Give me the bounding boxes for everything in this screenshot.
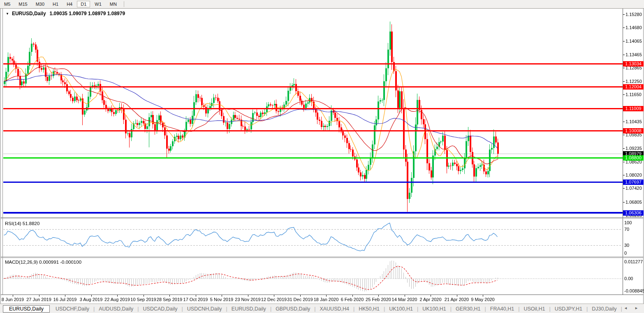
date-tick-label: 14 Mar 2020	[392, 297, 417, 302]
price-level-badge: 1.10008	[623, 128, 644, 133]
price-tick-label: 1.09235	[625, 146, 642, 151]
timeframe-button-M30[interactable]: M30	[32, 1, 48, 7]
support-line-1.07697[interactable]	[3, 182, 623, 183]
rsi-scale-label: 100	[624, 220, 632, 225]
pane-separator-rsi-bottom	[1, 218, 643, 219]
price-level-badge: 1.07697	[623, 180, 644, 185]
price-level-badge: 1.11009	[623, 106, 644, 111]
time-axis-line	[1, 295, 643, 295]
toolbar-divider	[124, 1, 124, 7]
rsi-scale-label: 30	[624, 243, 629, 248]
price-tick-label: 1.10435	[625, 119, 642, 124]
chart-dropdown-icon[interactable]: ▼	[6, 12, 9, 16]
date-tick-label: 6 Feb 2020	[341, 297, 364, 302]
date-tick-label: 16 Jul 2019	[53, 297, 77, 302]
window-border-left-outer	[0, 9, 1, 304]
chart-ohlc-values: 1.09035 1.09079 1.08979 1.08979	[50, 11, 125, 16]
chart-tab-DJ30-Daily[interactable]: DJ30,Daily	[588, 306, 621, 312]
timeframe-toolbar: M5M15M30H1H4D1W1MN	[0, 0, 644, 9]
macd-scale-label: 0.00	[624, 276, 633, 281]
support-line-1.088[interactable]	[3, 157, 623, 159]
chart-tab-USDCAD-Daily[interactable]: USDCAD,Daily	[139, 306, 182, 312]
date-tick-label: 18 Jan 2020	[314, 297, 339, 302]
price-tick-label: 1.13465	[625, 52, 642, 57]
resistance-line-1.12004[interactable]	[3, 86, 623, 87]
rsi-scale-label: 70	[624, 227, 629, 232]
window-border-left-inner	[2, 9, 3, 295]
date-tick-label: 12 Dec 2019	[261, 297, 287, 302]
resistance-line-1.10008[interactable]	[3, 130, 623, 131]
date-tick-label: 8 Jun 2019	[2, 297, 24, 302]
date-tick-label: 21 Apr 2020	[445, 297, 469, 302]
chart-tab-UK100-H1[interactable]: UK100,H1	[385, 306, 417, 312]
pane-separator-macd-top[interactable]	[1, 257, 643, 257]
timeframe-button-D1[interactable]: D1	[77, 1, 90, 7]
timeframe-button-W1[interactable]: W1	[91, 1, 105, 7]
tab-divider: |	[621, 306, 622, 312]
support-line-1.06306[interactable]	[3, 212, 623, 214]
chart-tab-USDCNH-Daily[interactable]: USDCNH,Daily	[183, 306, 226, 312]
date-tick-label: 27 Jun 2019	[26, 297, 51, 302]
price-level-badge: 1.13034	[623, 61, 644, 67]
chart-tab-XAUUSD-H4[interactable]: XAUUSD,H4	[315, 306, 353, 312]
date-tick-label: 5 Nov 2019	[210, 297, 233, 302]
price-tick-label: 1.06805	[625, 200, 642, 205]
chart-canvas[interactable]	[0, 0, 644, 313]
resistance-line-1.13034[interactable]	[3, 63, 623, 64]
macd-scale-label: -0.008845	[624, 288, 644, 293]
timeframe-button-MN[interactable]: MN	[106, 1, 120, 7]
date-tick-label: 31 Dec 2019	[287, 297, 313, 302]
price-tick-label: 1.07420	[625, 186, 642, 191]
timeframe-button-M5[interactable]: M5	[0, 1, 14, 7]
date-tick-label: 17 Oct 2019	[183, 297, 208, 302]
date-tick-label: 3 Aug 2019	[80, 297, 103, 302]
date-tick-label: 9 May 2020	[471, 297, 494, 302]
date-tick-label: 10 Sep 2019	[130, 297, 156, 302]
rsi-indicator-label: RSI(14) 51.8820	[5, 221, 39, 226]
price-tick-label: 1.11650	[625, 92, 642, 97]
price-tick-label: 1.12250	[625, 79, 642, 84]
price-level-badge: 1.06306	[623, 210, 644, 216]
macd-scale-label: 0.011277	[624, 259, 643, 264]
chart-tab-GBPUSD-Daily[interactable]: GBPUSD,Daily	[271, 306, 314, 312]
date-tick-label: 28 Sep 2019	[157, 297, 182, 302]
chart-tab-HK50-H1[interactable]: HK50,H1	[354, 306, 384, 312]
chart-tab-USDJPY-H1[interactable]: USDJPY,H1	[551, 306, 586, 312]
chart-tab-bar: EURUSD,DailyUSDCHF,Daily|AUDUSD,Daily|US…	[0, 304, 644, 313]
chart-symbol-label: EURUSD,Daily	[12, 11, 46, 16]
price-tick-label: 1.15280	[625, 12, 642, 17]
chart-tab-UK100-H1[interactable]: UK100,H1	[418, 306, 450, 312]
chart-title: ▼EURUSD,Daily1.09035 1.09079 1.08979 1.0…	[6, 11, 125, 16]
chart-tab-EURUSD-Daily[interactable]: EURUSD,Daily	[3, 305, 50, 313]
timeframe-button-H1[interactable]: H1	[49, 1, 62, 7]
tab-scroll-right-icon[interactable]: ►	[635, 306, 638, 310]
date-tick-label: 2 Apr 2020	[419, 297, 441, 302]
date-tick-label: 25 Feb 2020	[366, 297, 391, 302]
price-level-badge: 1.08800	[623, 155, 644, 161]
price-tick-label: 1.08020	[625, 173, 642, 177]
date-tick-label: 22 Aug 2019	[104, 297, 130, 302]
price-tick-label: 1.14065	[625, 39, 642, 44]
chart-tab-USOil-H1[interactable]: USOil,H1	[519, 306, 549, 312]
chart-tab-EURUSD-Daily[interactable]: EURUSD,Daily	[227, 306, 270, 312]
chart-tab-FRA40-H1[interactable]: FRA40,H1	[486, 306, 518, 312]
price-level-badge: 1.12004	[623, 84, 644, 90]
timeframe-button-M15[interactable]: M15	[15, 1, 31, 7]
price-tick-label: 1.14680	[625, 25, 642, 30]
resistance-line-1.11009[interactable]	[3, 108, 623, 109]
timeframe-button-H4[interactable]: H4	[63, 1, 76, 7]
trading-terminal-window: { "toolbar": { "timeframes": ["M5","M15"…	[0, 0, 644, 313]
rsi-scale-label: 0	[624, 251, 627, 255]
tab-scroll-left-icon[interactable]: ◄	[624, 306, 628, 310]
pane-separator-rsi-top[interactable]	[1, 217, 643, 218]
chart-tab-USDCHF-Daily[interactable]: USDCHF,Daily	[51, 306, 93, 312]
date-tick-label: 23 Nov 2019	[235, 297, 260, 302]
chart-tab-AUDUSD-Daily[interactable]: AUDUSD,Daily	[95, 306, 137, 312]
macd-indicator-label: MACD(12,26,9) 0.000991 -0.000100	[5, 260, 81, 265]
chart-tab-GER30-H1[interactable]: GER30,H1	[452, 306, 484, 312]
pane-separator-macd-bottom	[1, 258, 643, 258]
